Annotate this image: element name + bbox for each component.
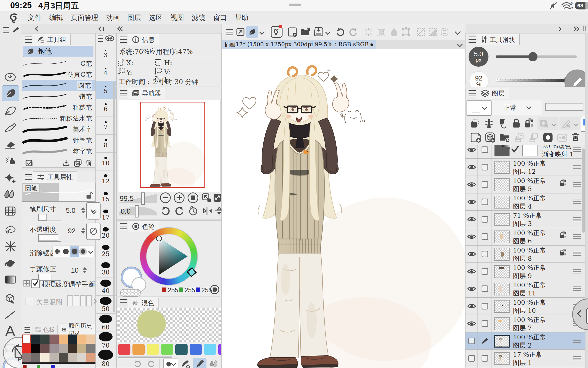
history-color[interactable]	[77, 344, 86, 353]
layers-menu-icon[interactable]	[469, 90, 476, 97]
new-raster-layer-icon[interactable]	[471, 132, 481, 143]
lock-transparent-icon[interactable]	[524, 118, 534, 129]
size-item[interactable]: 80	[96, 349, 116, 367]
new-folder-icon[interactable]	[499, 133, 510, 142]
tab-layers[interactable]: 图层	[477, 88, 509, 99]
history-color[interactable]	[86, 344, 95, 353]
tool-magic-wand[interactable]	[2, 239, 18, 254]
import-icon[interactable]	[62, 159, 70, 167]
delete-icon[interactable]	[85, 159, 92, 167]
layer-row[interactable]: 100 %正常图层 11	[465, 280, 585, 298]
history-color[interactable]	[77, 353, 86, 362]
brush-item[interactable]: 美术字	[22, 124, 95, 135]
brush-item[interactable]: 仿真G笔	[22, 69, 95, 80]
zoom-reset-button[interactable]	[188, 192, 198, 203]
mixer-canvas[interactable]	[117, 308, 221, 342]
history-color[interactable]	[40, 335, 50, 344]
blend-mode-dropdown[interactable]: 正常	[492, 100, 542, 115]
rotate-cw-icon[interactable]	[174, 206, 185, 216]
deselect-icon[interactable]	[416, 27, 426, 37]
brush-item[interactable]: 粗糙沾水笔	[22, 113, 95, 124]
select-area-icon[interactable]	[376, 27, 386, 37]
wheel-menu-icon[interactable]	[120, 223, 127, 230]
wheel-mode-button[interactable]	[210, 285, 219, 294]
brush-size-slider[interactable]	[38, 214, 61, 221]
tab-navigator[interactable]: 导航器	[128, 88, 165, 99]
history-color[interactable]	[68, 335, 77, 344]
collapse-tools-icon[interactable]	[99, 27, 104, 32]
brush-size-dynamics-button[interactable]	[86, 202, 101, 220]
merge-down-icon[interactable]	[514, 132, 525, 143]
zoom-out-button[interactable]	[160, 192, 171, 203]
menu-view[interactable]: 视图	[166, 13, 188, 22]
size-item[interactable]: 6	[96, 99, 116, 117]
color-chip[interactable]	[132, 344, 145, 355]
layer-row[interactable]: 100 %正常图层 6	[465, 228, 585, 246]
history-color[interactable]	[50, 344, 59, 353]
mixer-marker-button[interactable]	[193, 358, 206, 368]
collapse-panel-icon[interactable]	[118, 27, 124, 32]
undo-icon[interactable]	[336, 27, 345, 37]
palette-menu-icon[interactable]	[24, 327, 30, 334]
tab-color-history[interactable]: 颜色历史记录	[60, 325, 95, 334]
duplicate-icon[interactable]	[74, 159, 82, 167]
history-color[interactable]	[31, 335, 40, 344]
brush-item[interactable]: 镝笔	[22, 91, 95, 102]
history-color[interactable]	[40, 353, 50, 362]
tab-mixer[interactable]: 混色	[128, 298, 158, 308]
mixer-scrollbar[interactable]	[118, 356, 172, 358]
layers-scrollbar[interactable]	[582, 148, 585, 233]
history-color[interactable]	[86, 335, 95, 344]
select-burst-icon[interactable]	[364, 27, 373, 37]
menu-page[interactable]: 页面管理	[67, 13, 102, 22]
mini-swatch-g[interactable]	[37, 365, 40, 368]
sv-triangle[interactable]	[147, 234, 191, 278]
navigator-menu-icon[interactable]	[120, 90, 127, 97]
size-item[interactable]: 70	[96, 331, 116, 349]
history-color[interactable]	[59, 335, 68, 344]
document-tab[interactable]: 插画17* (1500 x 1250px 300dpi 99.5%：RGB:sR…	[222, 40, 376, 49]
toggle-check-icon[interactable]	[26, 159, 34, 167]
brush-item[interactable]: 针管笔	[22, 135, 95, 146]
tool-line[interactable]	[2, 308, 18, 322]
ruler-button[interactable]	[559, 117, 580, 130]
size-item[interactable]: 50	[96, 296, 116, 314]
selected-tool-row[interactable]: 钢笔	[23, 46, 93, 57]
tab-subtool-group[interactable]: 工具组	[33, 34, 71, 45]
flip-horizontal-icon[interactable]	[202, 206, 213, 215]
color-chip[interactable]	[204, 344, 216, 355]
wheel-transparent[interactable]	[120, 289, 141, 297]
brush-item[interactable]: G笔	[22, 58, 95, 69]
mixer-blend-icon[interactable]	[209, 359, 219, 368]
mixer-redo-icon[interactable]	[147, 360, 155, 368]
layer-row[interactable]: 100 %正常图层 8	[465, 246, 585, 263]
speed-checkbox[interactable]	[31, 279, 40, 288]
layer-row[interactable]: 100 %正常图层 10	[465, 298, 585, 315]
expand-right-double-icon[interactable]	[572, 27, 579, 32]
history-color[interactable]	[50, 335, 59, 344]
menu-filter[interactable]: 滤镜	[188, 13, 209, 22]
tool-text[interactable]	[2, 324, 18, 338]
mixer-mode-button[interactable]	[163, 359, 178, 368]
pencil-tab-icon[interactable]	[11, 26, 20, 34]
history-color[interactable]	[59, 344, 68, 353]
color-chip[interactable]	[175, 344, 188, 355]
opacity-slider[interactable]	[38, 234, 61, 242]
layer-opacity-slider[interactable]	[545, 103, 583, 111]
menu-layer[interactable]: 图层	[124, 13, 145, 22]
size-scrollbar[interactable]	[113, 82, 115, 312]
brush-item-selected[interactable]: 圆笔	[22, 80, 95, 91]
color-chip[interactable]	[161, 344, 173, 355]
menu-selection[interactable]: 选区	[145, 13, 166, 22]
reference-layer-icon[interactable]	[484, 118, 494, 129]
tab-tool-slider[interactable]: 工具滑块	[477, 34, 520, 45]
tool-pen[interactable]	[2, 85, 19, 101]
brush-item[interactable]: 签字笔	[22, 146, 95, 157]
clip-studio-button[interactable]	[271, 26, 283, 38]
tab-info[interactable]: 信息	[128, 34, 159, 45]
size-item-selected[interactable]: 5	[96, 81, 116, 99]
history-color[interactable]	[68, 344, 77, 353]
layer-row-selected[interactable]: 100 %正常图层 2	[465, 332, 585, 350]
layer-color-dropdown[interactable]	[467, 100, 492, 116]
brush-size-stepper[interactable]	[81, 207, 85, 213]
